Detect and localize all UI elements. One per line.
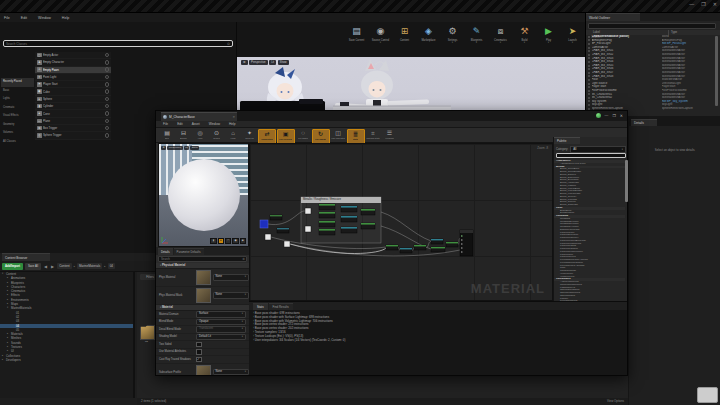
material-toolbar-button[interactable]: ◫ Hide Unrelated xyxy=(330,129,346,142)
menu-item[interactable]: File xyxy=(163,122,168,126)
drag-grip-icon[interactable] xyxy=(105,119,110,124)
tab-find-results[interactable]: Find Results xyxy=(269,303,293,310)
add-import-button[interactable]: Add/Import xyxy=(2,263,23,270)
world-outliner-tab[interactable]: World Outliner xyxy=(586,13,640,21)
drag-grip-icon[interactable] xyxy=(105,111,110,116)
toolbar-button[interactable]: ⊞ Content xyxy=(393,24,416,54)
toolbar-button[interactable]: ⧈ Cinematics xyxy=(489,24,512,54)
drag-grip-icon[interactable] xyxy=(105,53,110,58)
toolbar-button[interactable]: ⚙ Settings xyxy=(441,24,464,54)
source-control-status-icon[interactable] xyxy=(596,113,601,118)
property-dropdown[interactable]: None xyxy=(213,369,250,375)
menu-item[interactable]: Help xyxy=(62,16,69,20)
placeable-item[interactable]: ✦ Point Light xyxy=(35,74,111,81)
toolbar-button[interactable]: ▶ Play xyxy=(537,24,560,54)
placeable-item[interactable]: ▮ Cylinder xyxy=(35,103,111,110)
visibility-eye-icon[interactable] xyxy=(588,57,590,59)
material-details-search[interactable]: ⚙ xyxy=(158,256,247,262)
menu-item[interactable]: File xyxy=(4,16,10,20)
material-preview-viewport[interactable]: ☰ Perspective Lit Show ▮ ● ▭ ◼ ◆ xyxy=(158,143,249,247)
visibility-eye-icon[interactable] xyxy=(588,65,590,67)
material-toolbar-button[interactable]: ⇄ Connectors xyxy=(258,129,276,144)
visibility-eye-icon[interactable] xyxy=(588,47,590,49)
drag-grip-icon[interactable] xyxy=(105,82,110,87)
breadcrumb-item[interactable]: 04 xyxy=(108,263,115,269)
placement-category[interactable]: Geometry xyxy=(1,121,34,130)
selected-wire[interactable] xyxy=(290,244,386,254)
folder-thumbnail[interactable] xyxy=(140,325,155,340)
drag-grip-icon[interactable] xyxy=(105,89,110,94)
material-toolbar-button[interactable]: ⊙ Search xyxy=(209,129,225,142)
toolbar-button[interactable]: ➤ Launch xyxy=(561,24,584,54)
material-toolbar-button[interactable]: ▣ Live Preview xyxy=(277,129,295,144)
property-dropdown[interactable]: Opaque xyxy=(196,319,246,326)
material-toolbar-button[interactable]: ▤ Save xyxy=(159,129,175,142)
property-checkbox[interactable] xyxy=(196,357,202,363)
visibility-eye-icon[interactable] xyxy=(588,61,590,63)
drag-grip-icon[interactable] xyxy=(105,75,110,80)
menu-item[interactable]: Help xyxy=(229,122,236,126)
placement-category[interactable]: Basic xyxy=(1,87,34,96)
cylinder-shape-button[interactable]: ▮ xyxy=(210,238,217,245)
close-icon[interactable]: ✕ xyxy=(620,113,623,118)
toolbar-button[interactable]: ✎ Blueprints xyxy=(465,24,488,54)
property-dropdown[interactable]: Translucent xyxy=(196,326,246,333)
asset-thumbnail[interactable] xyxy=(196,270,211,285)
details-search-input[interactable] xyxy=(159,257,242,261)
preview-sphere[interactable] xyxy=(168,159,240,231)
placeable-item[interactable]: ▢ Empty Actor xyxy=(35,52,111,59)
palette-tab[interactable]: Palette xyxy=(554,137,580,144)
material-toolbar-button[interactable]: ↻ Live Update xyxy=(312,129,330,144)
preview-menu-icon[interactable]: ☰ xyxy=(161,146,166,150)
forward-icon[interactable]: ▶ xyxy=(50,264,55,269)
placement-category[interactable]: Cinematic xyxy=(1,104,34,113)
tab-details[interactable]: Details xyxy=(158,248,173,255)
breadcrumb-item[interactable]: MarineMaterials xyxy=(77,263,102,269)
material-toolbar-button[interactable]: ≣ Stats xyxy=(347,129,365,144)
visibility-eye-icon[interactable] xyxy=(588,104,590,106)
menu-item[interactable]: Edit xyxy=(177,122,183,126)
menu-item[interactable]: Asset xyxy=(192,122,200,126)
visibility-eye-icon[interactable] xyxy=(588,75,590,77)
toolbar-button[interactable]: ◉ Source Control xyxy=(369,24,392,54)
property-dropdown[interactable]: Default Lit xyxy=(196,334,246,341)
preview-lit-dropdown[interactable]: Lit xyxy=(184,146,190,150)
details-tab[interactable]: Details xyxy=(631,119,657,126)
material-toolbar-button[interactable]: ☰ Hierarchy xyxy=(382,129,398,142)
menu-item[interactable]: Edit xyxy=(21,16,27,20)
drag-grip-icon[interactable] xyxy=(105,104,110,109)
drag-grip-icon[interactable] xyxy=(105,133,110,138)
toolbar-button[interactable]: ⚒ Build xyxy=(513,24,536,54)
placement-category[interactable]: Volumes xyxy=(1,129,34,138)
material-node-graph[interactable]: Zoom -8 MATERIAL xyxy=(249,143,553,301)
toolbar-button[interactable]: ◈ Marketplace xyxy=(417,24,440,54)
menu-item[interactable]: Window xyxy=(38,16,51,20)
property-dropdown[interactable]: None xyxy=(213,274,250,281)
visibility-eye-icon[interactable] xyxy=(588,43,590,45)
breadcrumb-item[interactable]: Content xyxy=(57,263,72,269)
visibility-eye-icon[interactable] xyxy=(588,39,590,41)
placement-category[interactable]: Visual Effects xyxy=(1,112,34,121)
placeable-item[interactable]: ◎ Sphere Trigger xyxy=(35,132,111,139)
visibility-eye-icon[interactable] xyxy=(588,79,590,81)
visibility-eye-icon[interactable] xyxy=(588,86,590,88)
placeable-item[interactable]: ● Sphere xyxy=(35,96,111,103)
place-actors-search[interactable]: ⊙ xyxy=(3,40,233,47)
plane-shape-button[interactable]: ▭ xyxy=(225,238,232,245)
placeable-item[interactable]: ▲ Cone xyxy=(35,110,111,117)
material-toolbar-button[interactable]: ✦ Clean Up xyxy=(242,129,258,142)
menu-item[interactable]: Window xyxy=(209,122,220,126)
close-tab-icon[interactable]: ✕ xyxy=(232,115,235,119)
material-editor-titlebar[interactable]: M_CharacterBase ✕ — ❐ ✕ xyxy=(156,111,627,121)
placement-category[interactable]: All Classes xyxy=(1,138,34,147)
property-checkbox[interactable] xyxy=(196,349,202,355)
placeable-item[interactable]: ▭ Plane xyxy=(35,118,111,125)
asset-folder[interactable]: 05 xyxy=(140,325,155,343)
property-dropdown[interactable]: Surface xyxy=(196,311,246,318)
visibility-eye-icon[interactable] xyxy=(588,90,590,92)
placement-category[interactable]: Lights xyxy=(1,95,34,104)
gear-icon[interactable]: ⚙ xyxy=(242,257,246,261)
tab-stats[interactable]: Stats xyxy=(253,303,268,310)
asset-thumbnail[interactable] xyxy=(196,365,211,376)
save-all-button[interactable]: Save All xyxy=(25,263,41,270)
